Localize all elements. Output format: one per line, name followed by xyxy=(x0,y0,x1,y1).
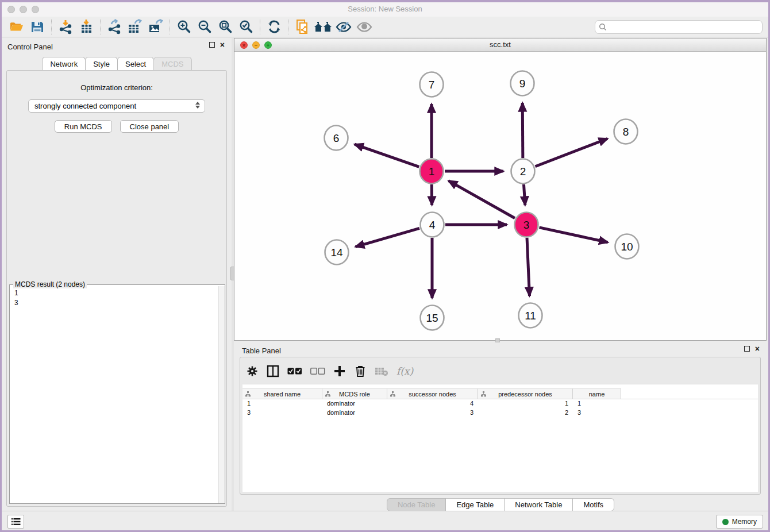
graph-node-label-4: 4 xyxy=(429,219,436,231)
graph-edge-2-8[interactable] xyxy=(535,138,607,166)
table-cell[interactable]: 1 xyxy=(242,399,322,408)
horizontal-splitter-handle[interactable] xyxy=(495,338,500,342)
tab-network-table[interactable]: Network Table xyxy=(504,498,573,511)
column-header-name[interactable]: name xyxy=(573,388,621,399)
select-all-icon[interactable] xyxy=(287,364,302,378)
table-header-row: shared nameMCDS rolesuccessor nodesprede… xyxy=(242,388,758,399)
mcds-tab-content: Optimization criterion: strongly connect… xyxy=(6,70,227,507)
delete-table-icon[interactable] xyxy=(375,364,388,378)
save-session-icon[interactable] xyxy=(27,18,48,36)
graph-edge-4-14[interactable] xyxy=(356,228,419,246)
toolbar-separator xyxy=(100,20,101,34)
zoom-in-icon[interactable] xyxy=(174,18,194,36)
criterion-dropdown-value: strongly connected component xyxy=(34,102,136,110)
tab-mcds[interactable]: MCDS xyxy=(153,57,191,70)
table-cell[interactable]: 1 xyxy=(478,399,573,408)
show-column-panel-icon[interactable] xyxy=(267,364,279,378)
memory-button[interactable]: Memory xyxy=(716,515,763,529)
select-none-icon[interactable] xyxy=(310,364,325,378)
column-header-successor-nodes[interactable]: successor nodes xyxy=(387,388,478,399)
mcds-result-text: 1 3 xyxy=(10,286,218,503)
application-window: Session: New Session xyxy=(0,0,770,532)
export-table-icon[interactable] xyxy=(125,18,145,36)
graph-edge-2-3[interactable] xyxy=(523,184,525,205)
network-window-titlebar[interactable]: × − + scc.txt xyxy=(234,38,766,52)
result-scrollbar[interactable] xyxy=(218,286,225,503)
table-cell[interactable]: dominator xyxy=(322,399,387,408)
graph-edge-3-1[interactable] xyxy=(449,181,515,218)
graph-edge-2-9[interactable] xyxy=(522,103,523,158)
criterion-dropdown[interactable]: strongly connected component xyxy=(28,99,205,113)
column-header-MCDS-role[interactable]: MCDS role xyxy=(322,388,387,399)
memory-status-icon xyxy=(722,519,729,525)
apply-layout-icon[interactable] xyxy=(264,18,284,36)
graph-node-label-9: 9 xyxy=(519,78,526,90)
close-panel-icon[interactable]: × xyxy=(220,42,225,48)
zoom-fit-icon[interactable] xyxy=(215,18,236,36)
control-panel-title: Control Panel xyxy=(7,43,53,51)
column-header-predecessor-nodes[interactable]: predecessor nodes xyxy=(478,388,573,399)
table-row[interactable]: 3dominator323 xyxy=(242,408,758,418)
float-panel-icon[interactable] xyxy=(209,42,215,48)
toolbar-separator xyxy=(260,20,260,34)
table-tabs: Node Table Edge Table Network Table Moti… xyxy=(234,498,767,511)
search-input[interactable] xyxy=(609,23,759,31)
table-cell[interactable]: 4 xyxy=(387,399,478,408)
float-table-panel-icon[interactable] xyxy=(744,346,750,352)
delete-row-icon[interactable] xyxy=(354,364,367,378)
tab-node-table[interactable]: Node Table xyxy=(387,498,446,511)
add-row-icon[interactable] xyxy=(333,364,346,378)
node-table-container: f(x) shared nameMCDS rolesuccessor nodes… xyxy=(240,357,761,495)
graph-node-label-8: 8 xyxy=(623,126,629,138)
table-row[interactable]: 1dominator411 xyxy=(242,399,758,408)
graph-node-label-7: 7 xyxy=(429,79,435,91)
import-network-icon[interactable] xyxy=(55,18,76,36)
table-panel-title: Table Panel xyxy=(242,346,281,355)
open-folder-icon[interactable] xyxy=(6,18,27,36)
mcds-result-box: MCDS result (2 nodes) 1 3 xyxy=(9,284,225,504)
table-cell[interactable]: 3 xyxy=(387,408,478,418)
table-cell[interactable]: 2 xyxy=(478,408,573,418)
column-header-shared-name[interactable]: shared name xyxy=(242,388,322,399)
toolbar-separator xyxy=(288,20,288,34)
optimization-criterion-label: Optimization criterion: xyxy=(7,83,226,92)
graph-node-label-3: 3 xyxy=(523,219,530,231)
close-table-panel-icon[interactable]: × xyxy=(755,346,760,352)
control-panel: Control Panel × Network Style Select MCD… xyxy=(2,38,232,511)
show-all-icon[interactable] xyxy=(354,18,375,36)
graph-node-label-14: 14 xyxy=(330,246,343,259)
task-history-icon[interactable] xyxy=(7,515,24,529)
close-panel-button[interactable]: Close panel xyxy=(120,120,179,133)
table-cell[interactable]: 3 xyxy=(242,408,322,418)
search-box[interactable] xyxy=(595,20,763,34)
column-type-icon xyxy=(325,391,330,398)
hide-selected-icon[interactable] xyxy=(333,18,354,36)
tab-motifs[interactable]: Motifs xyxy=(572,498,614,511)
import-table-icon[interactable] xyxy=(76,18,97,36)
memory-label: Memory xyxy=(732,518,757,526)
table-cell[interactable]: dominator xyxy=(322,408,387,418)
run-mcds-button[interactable]: Run MCDS xyxy=(55,120,112,133)
tab-select[interactable]: Select xyxy=(117,57,154,70)
graph-edge-1-6[interactable] xyxy=(355,144,419,167)
function-builder-icon[interactable]: f(x) xyxy=(396,364,413,378)
first-neighbors-icon[interactable] xyxy=(313,18,333,36)
table-cell[interactable]: 1 xyxy=(573,399,621,408)
graph-edge-3-11[interactable] xyxy=(527,238,529,296)
tab-style[interactable]: Style xyxy=(85,57,118,70)
table-panel: Table Panel × xyxy=(234,341,767,511)
search-icon xyxy=(599,23,607,31)
export-network-icon[interactable] xyxy=(104,18,125,36)
settings-gear-icon[interactable] xyxy=(246,364,259,378)
zoom-selected-icon[interactable] xyxy=(236,18,256,36)
graph-edge-3-10[interactable] xyxy=(539,228,607,242)
tab-edge-table[interactable]: Edge Table xyxy=(445,498,505,511)
network-title: scc.txt xyxy=(234,40,766,49)
network-from-clipboard-icon[interactable] xyxy=(292,18,313,36)
tab-network[interactable]: Network xyxy=(42,57,86,70)
network-canvas[interactable]: 1234678910111415 xyxy=(234,52,766,340)
export-image-icon[interactable] xyxy=(145,18,166,36)
graph-node-label-2: 2 xyxy=(520,165,526,178)
zoom-out-icon[interactable] xyxy=(194,18,215,36)
table-cell[interactable]: 3 xyxy=(573,408,621,418)
